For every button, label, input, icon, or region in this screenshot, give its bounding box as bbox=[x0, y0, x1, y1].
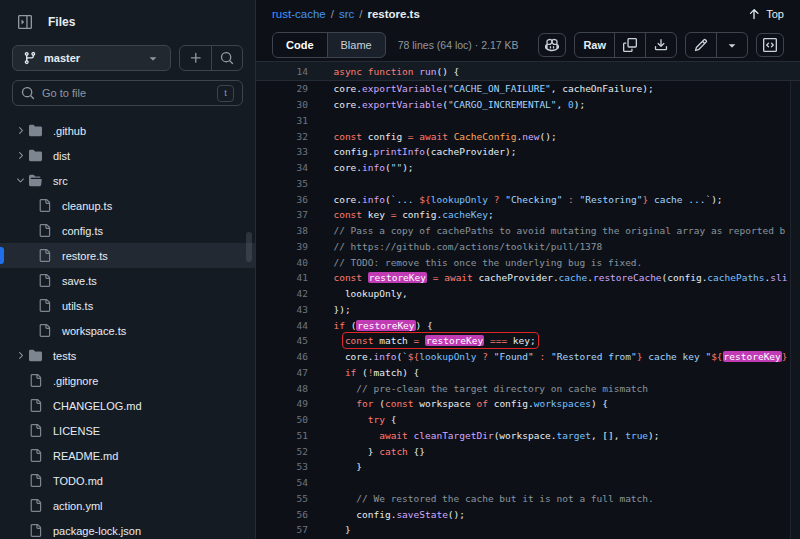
tab-code[interactable]: Code bbox=[273, 33, 328, 57]
code-line: 54 bbox=[256, 475, 800, 491]
tree-actions-group bbox=[179, 45, 243, 71]
line-number[interactable]: 30 bbox=[256, 99, 308, 110]
download-button[interactable] bbox=[645, 33, 676, 57]
line-number[interactable]: 31 bbox=[256, 115, 308, 126]
file-icon bbox=[29, 448, 45, 464]
file-icon bbox=[38, 298, 54, 314]
tree-item-action.yml[interactable]: action.yml bbox=[0, 493, 255, 518]
line-number[interactable]: 34 bbox=[256, 162, 308, 173]
line-number[interactable]: 51 bbox=[256, 430, 308, 441]
line-number[interactable]: 32 bbox=[256, 131, 308, 142]
tree-item-restore.ts[interactable]: restore.ts bbox=[0, 243, 255, 268]
line-number[interactable]: 29 bbox=[256, 83, 308, 94]
line-number[interactable]: 54 bbox=[256, 477, 308, 488]
tree-item-TODO.md[interactable]: TODO.md bbox=[0, 468, 255, 493]
line-number[interactable]: 38 bbox=[256, 225, 308, 236]
line-number[interactable]: 35 bbox=[256, 178, 308, 189]
line-number[interactable]: 50 bbox=[256, 414, 308, 425]
file-meta: 78 lines (64 loc) · 2.17 KB bbox=[398, 39, 527, 51]
code-line-content: core.info(""); bbox=[322, 162, 414, 173]
tree-item-workspace.ts[interactable]: workspace.ts bbox=[0, 318, 255, 343]
tree-item-label: LICENSE bbox=[53, 425, 100, 437]
tree-item-tests[interactable]: tests bbox=[0, 343, 255, 368]
tree-item-label: .github bbox=[53, 125, 86, 137]
line-number[interactable]: 36 bbox=[256, 194, 308, 205]
edit-dropdown-button[interactable] bbox=[716, 33, 747, 57]
line-number[interactable]: 48 bbox=[256, 383, 308, 394]
shortcut-key-hint: t bbox=[217, 85, 234, 102]
plus-icon bbox=[189, 51, 203, 65]
tree-item-CHANGELOG.md[interactable]: CHANGELOG.md bbox=[0, 393, 255, 418]
line-number[interactable]: 37 bbox=[256, 209, 308, 220]
sidebar-scrollbar-thumb[interactable] bbox=[246, 232, 252, 262]
branch-selector[interactable]: master bbox=[12, 45, 171, 71]
line-number[interactable]: 57 bbox=[256, 524, 308, 535]
code-line-content: } bbox=[322, 461, 362, 472]
collapse-file-tree-button[interactable] bbox=[12, 9, 38, 35]
tab-blame[interactable]: Blame bbox=[328, 33, 385, 57]
code-line-content: try { bbox=[322, 414, 396, 425]
breadcrumb-src-link[interactable]: src bbox=[339, 8, 354, 20]
code-line-content: // https://github.com/actions/toolkit/pu… bbox=[322, 241, 602, 252]
tree-item-LICENSE[interactable]: LICENSE bbox=[0, 418, 255, 443]
line-number[interactable]: 33 bbox=[256, 146, 308, 157]
tree-item-package-lock.json[interactable]: package-lock.json bbox=[0, 518, 255, 539]
line-number[interactable]: 52 bbox=[256, 446, 308, 457]
copilot-button[interactable] bbox=[538, 33, 566, 57]
line-number[interactable]: 49 bbox=[256, 398, 308, 409]
tree-item-README.md[interactable]: README.md bbox=[0, 443, 255, 468]
line-number[interactable]: 14 bbox=[256, 66, 308, 77]
tree-item-config.ts[interactable]: config.ts bbox=[0, 218, 255, 243]
raw-label: Raw bbox=[583, 39, 606, 51]
line-number[interactable]: 53 bbox=[256, 461, 308, 472]
code-line: 33 config.printInfo(cacheProvider); bbox=[256, 144, 800, 160]
tree-item-label: src bbox=[53, 175, 68, 187]
search-this-repo-button[interactable] bbox=[211, 46, 242, 70]
tree-item-label: README.md bbox=[53, 450, 118, 462]
line-number[interactable]: 40 bbox=[256, 257, 308, 268]
code-viewer[interactable]: 14 async function run() { 29 core.export… bbox=[256, 62, 800, 539]
raw-button[interactable]: Raw bbox=[575, 33, 614, 57]
code-scrollbar-track[interactable] bbox=[790, 62, 800, 539]
tree-item-save.ts[interactable]: save.ts bbox=[0, 268, 255, 293]
tree-item-.github[interactable]: .github bbox=[0, 118, 255, 143]
code-line: 45 const match = restoreKey === key; bbox=[256, 333, 800, 349]
code-line-content: // TODO: remove this once the underlying… bbox=[322, 257, 642, 268]
tree-item-.gitignore[interactable]: .gitignore bbox=[0, 368, 255, 393]
chevron-down-icon bbox=[725, 38, 739, 52]
file-icon bbox=[29, 473, 45, 489]
line-number[interactable]: 39 bbox=[256, 241, 308, 252]
copy-raw-button[interactable] bbox=[614, 33, 645, 57]
code-line: 30 core.exportVariable("CARGO_INCREMENTA… bbox=[256, 97, 800, 113]
tree-item-utils.ts[interactable]: utils.ts bbox=[0, 293, 255, 318]
line-number[interactable]: 55 bbox=[256, 493, 308, 504]
line-number[interactable]: 42 bbox=[256, 288, 308, 299]
line-number[interactable]: 44 bbox=[256, 320, 308, 331]
line-number[interactable]: 43 bbox=[256, 304, 308, 315]
line-number[interactable]: 41 bbox=[256, 272, 308, 283]
code-line: 46 core.info(`${lookupOnly ? "Found" : "… bbox=[256, 349, 800, 365]
symbols-panel-button[interactable] bbox=[756, 33, 784, 57]
line-number[interactable]: 47 bbox=[256, 367, 308, 378]
edit-file-button[interactable] bbox=[686, 33, 716, 57]
folder-open-icon bbox=[29, 173, 45, 189]
code-line-content: await cleanTargetDir(workspace.target, [… bbox=[322, 430, 660, 441]
chevron-right-icon bbox=[12, 150, 29, 161]
code-line-content: if (restoreKey) { bbox=[322, 320, 433, 331]
scroll-to-top-button[interactable]: Top bbox=[747, 7, 784, 21]
tree-item-cleanup.ts[interactable]: cleanup.ts bbox=[0, 193, 255, 218]
line-number[interactable]: 56 bbox=[256, 509, 308, 520]
tree-item-dist[interactable]: dist bbox=[0, 143, 255, 168]
code-line: 31 bbox=[256, 113, 800, 129]
code-square-icon bbox=[763, 38, 777, 52]
code-line: 55 // We restored the cache but it is no… bbox=[256, 491, 800, 507]
tree-item-label: save.ts bbox=[62, 275, 97, 287]
sticky-context-line: 14 async function run() { bbox=[256, 62, 800, 81]
code-line-content: // Pass a copy of cachePaths to avoid mu… bbox=[322, 225, 785, 236]
line-number[interactable]: 46 bbox=[256, 351, 308, 362]
add-file-button[interactable] bbox=[180, 46, 211, 70]
line-number[interactable]: 45 bbox=[256, 335, 308, 346]
go-to-file-input[interactable] bbox=[42, 87, 210, 99]
tree-item-src[interactable]: src bbox=[0, 168, 255, 193]
breadcrumb-repo-link[interactable]: rust-cache bbox=[272, 8, 326, 20]
